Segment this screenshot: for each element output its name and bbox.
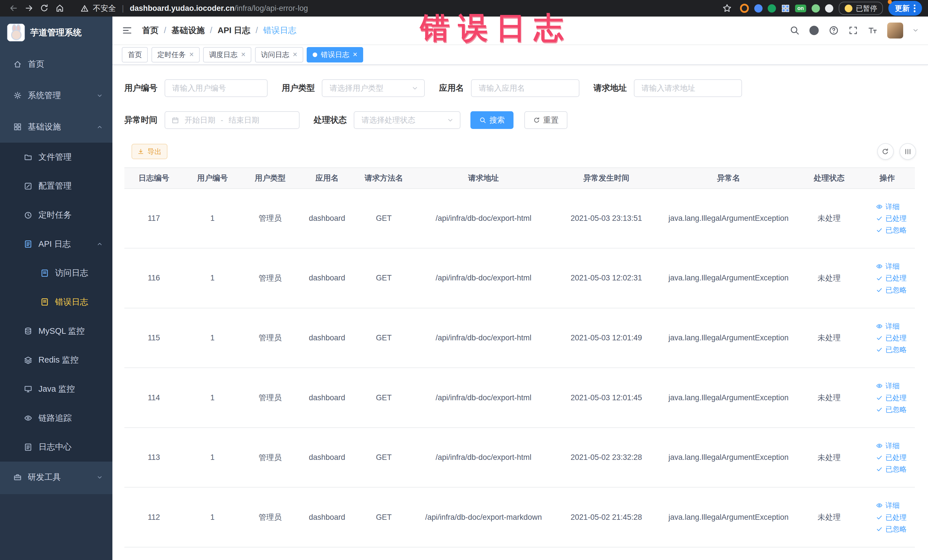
extension-icon-on[interactable]: on <box>795 5 806 12</box>
tab-error-log[interactable]: 错误日志× <box>307 47 363 63</box>
tab-access-log[interactable]: 访问日志× <box>255 47 303 63</box>
export-button[interactable]: 导出 <box>131 144 168 159</box>
browser-home-button[interactable] <box>52 1 68 15</box>
mark-processed-link[interactable]: 已处理 <box>876 393 907 403</box>
extension-icon-green[interactable] <box>768 4 776 12</box>
mark-processed-link[interactable]: 已处理 <box>876 513 907 522</box>
tab-schedule-log[interactable]: 调度日志× <box>203 47 251 63</box>
table-body: 117 1 管理员 dashboard GET /api/infra/db-do… <box>124 189 915 547</box>
sidebar-item-system-management[interactable]: 系统管理 <box>0 80 112 111</box>
browser-back-button[interactable] <box>6 1 21 15</box>
date-separator: - <box>221 116 223 125</box>
sidebar-item-log-center[interactable]: 日志中心 <box>0 432 112 462</box>
calendar-icon <box>171 116 179 124</box>
app-logo[interactable]: 芋道管理系统 <box>0 17 112 49</box>
sidebar-item-dev-tools[interactable]: 研发工具 <box>0 462 112 493</box>
sidebar-item-scheduled-tasks[interactable]: 定时任务 <box>0 201 112 230</box>
sidebar-item-infrastructure[interactable]: 基础设施 <box>0 111 112 143</box>
user-type-select[interactable]: 请选择用户类型 <box>322 79 425 97</box>
exception-time-range-picker[interactable]: 开始日期 - 结束日期 <box>165 111 299 129</box>
mark-processed-link[interactable]: 已处理 <box>876 333 907 343</box>
sidebar-item-label: 错误日志 <box>55 296 88 308</box>
tab-home[interactable]: 首页 <box>122 47 148 63</box>
sidebar-item-mysql-monitor[interactable]: MySQL 监控 <box>0 317 112 346</box>
process-status-label: 处理状态 <box>313 114 346 126</box>
browser-address-bar[interactable]: 不安全 | dashboard.yudao.iocoder.cn/infra/l… <box>73 2 315 15</box>
browser-update-button[interactable]: 更新 <box>888 1 922 16</box>
sidebar-item-trace[interactable]: 链路追踪 <box>0 404 112 433</box>
paused-label: 已暂停 <box>856 4 877 13</box>
tab-scheduled-task[interactable]: 定时任务× <box>151 47 200 63</box>
font-size-icon[interactable] <box>867 25 878 35</box>
mark-processed-link[interactable]: 已处理 <box>876 273 907 283</box>
cell-user-id: 1 <box>183 189 241 249</box>
process-status-select[interactable]: 请选择处理状态 <box>354 111 460 129</box>
close-icon[interactable]: × <box>353 51 357 58</box>
chevron-up-icon <box>96 241 103 247</box>
github-icon[interactable] <box>809 25 819 35</box>
detail-link[interactable]: 详细 <box>876 202 899 211</box>
browser-menu-icon[interactable] <box>914 5 916 12</box>
page-url: dashboard.yudao.iocoder.cn/infra/log/api… <box>130 4 308 13</box>
mark-ignored-link[interactable]: 已忽略 <box>876 345 907 354</box>
fullscreen-icon[interactable] <box>848 25 858 35</box>
chevron-down-icon[interactable] <box>913 27 919 34</box>
search-icon <box>479 117 486 124</box>
mark-ignored-link[interactable]: 已忽略 <box>876 524 907 534</box>
cell-user-id: 1 <box>183 428 241 488</box>
user-id-input[interactable] <box>165 79 267 97</box>
breadcrumb-item-infrastructure[interactable]: 基础设施 <box>171 25 205 36</box>
cell-actions: 详细 已处理 已忽略 <box>859 428 915 488</box>
search-button[interactable]: 搜索 <box>470 111 513 129</box>
paused-extension-chip[interactable]: 已暂停 <box>839 2 883 15</box>
sidebar-item-redis-monitor[interactable]: Redis 监控 <box>0 345 112 375</box>
refresh-table-button[interactable] <box>877 143 894 160</box>
close-icon[interactable]: × <box>293 51 297 58</box>
mark-ignored-link[interactable]: 已忽略 <box>876 285 907 295</box>
sidebar-collapse-button[interactable] <box>122 25 132 36</box>
sidebar-item-error-log[interactable]: 错误日志 <box>0 288 112 317</box>
breadcrumb-item-api-logs[interactable]: API 日志 <box>218 25 250 36</box>
tab-label: 首页 <box>128 50 142 60</box>
close-icon[interactable]: × <box>241 51 246 58</box>
help-icon[interactable] <box>829 25 839 35</box>
browser-reload-button[interactable] <box>37 1 52 15</box>
sidebar-item-access-log[interactable]: 访问日志 <box>0 259 112 288</box>
url-separator: | <box>122 4 124 13</box>
sidebar-item-home[interactable]: 首页 <box>0 49 112 80</box>
user-avatar[interactable] <box>887 23 903 38</box>
breadcrumb-item-home[interactable]: 首页 <box>142 25 159 36</box>
sidebar-item-api-logs[interactable]: API 日志 <box>0 230 112 259</box>
sidebar-item-file-management[interactable]: 文件管理 <box>0 143 112 172</box>
mark-processed-link[interactable]: 已处理 <box>876 453 907 462</box>
mark-ignored-link[interactable]: 已忽略 <box>876 464 907 474</box>
reset-button[interactable]: 重置 <box>524 111 568 129</box>
error-log-table: 日志编号 用户编号 用户类型 应用名 请求方法名 请求地址 异常发生时间 异常名… <box>124 168 915 548</box>
mark-ignored-link[interactable]: 已忽略 <box>876 225 907 235</box>
filter-row-1: 用户编号 用户类型 请选择用户类型 应用名 请求地址 <box>124 79 919 97</box>
detail-link[interactable]: 详细 <box>876 500 899 510</box>
column-settings-button[interactable] <box>899 143 916 160</box>
extension-icon-paw[interactable] <box>825 4 833 12</box>
detail-link[interactable]: 详细 <box>876 381 899 391</box>
browser-forward-button[interactable] <box>21 1 37 15</box>
extension-icon-orange[interactable] <box>740 4 749 12</box>
extension-icon-grid[interactable] <box>781 4 790 12</box>
sidebar-item-java-monitor[interactable]: Java 监控 <box>0 375 112 404</box>
detail-link[interactable]: 详细 <box>876 322 899 331</box>
mark-processed-link[interactable]: 已处理 <box>876 214 907 223</box>
sidebar-item-config-management[interactable]: 配置管理 <box>0 172 112 201</box>
extension-icon-leaf[interactable] <box>812 4 820 12</box>
breadcrumb-separator: / <box>210 26 212 35</box>
cell-actions: 详细 已处理 已忽略 <box>859 189 915 249</box>
detail-link[interactable]: 详细 <box>876 441 899 450</box>
app-name-input[interactable] <box>471 79 579 97</box>
detail-link[interactable]: 详细 <box>876 262 899 271</box>
eye-icon <box>876 382 883 389</box>
search-icon[interactable] <box>790 25 800 35</box>
mark-ignored-link[interactable]: 已忽略 <box>876 405 907 414</box>
bookmark-star-icon[interactable] <box>719 1 734 15</box>
request-url-input[interactable] <box>634 79 742 97</box>
close-icon[interactable]: × <box>189 51 194 58</box>
extension-icon-blue[interactable] <box>754 4 763 12</box>
